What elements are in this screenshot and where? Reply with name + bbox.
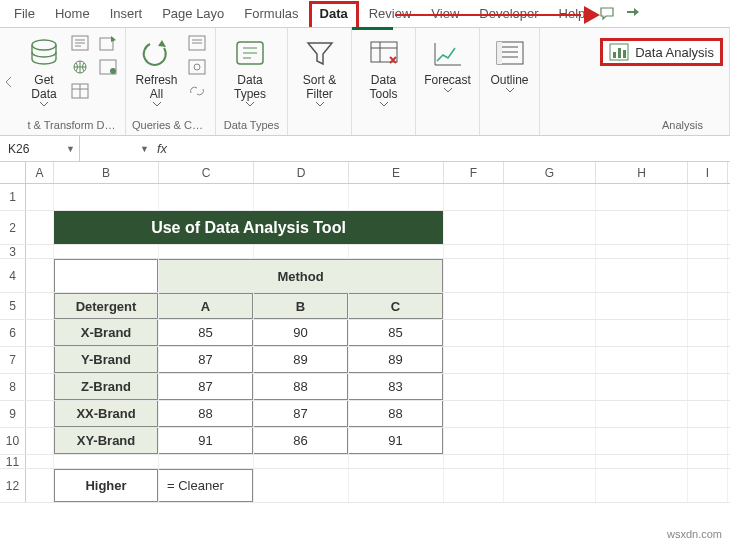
chevron-down-icon (153, 102, 161, 107)
properties-button[interactable] (185, 56, 209, 78)
col-header-g[interactable]: G (504, 162, 596, 183)
detergent-header: Detergent (54, 293, 158, 319)
sort-filter-button[interactable]: Sort & Filter (294, 32, 345, 107)
col-header-b[interactable]: B (54, 162, 159, 183)
group-analysis: Analysis (546, 117, 723, 133)
name-box[interactable]: K26 ▼ (0, 136, 80, 161)
watermark: wsxdn.com (667, 528, 722, 540)
data-cell: 88 (349, 401, 443, 427)
chevron-down-icon[interactable]: ▼ (140, 144, 149, 154)
tab-view[interactable]: View (421, 2, 469, 25)
refresh-icon (137, 36, 177, 72)
brand-name: X-Brand (54, 320, 158, 346)
svg-rect-8 (189, 60, 205, 74)
row-header[interactable]: 2 (0, 211, 26, 244)
data-cell: 89 (254, 347, 348, 373)
row-6: 6 X-Brand 85 90 85 (0, 320, 730, 347)
tab-help[interactable]: Help (549, 2, 596, 25)
column-headers: A B C D E F G H I (0, 162, 730, 184)
row-header[interactable]: 8 (0, 374, 26, 400)
row-header[interactable]: 6 (0, 320, 26, 346)
col-c-header: C (349, 293, 443, 319)
col-header-a[interactable]: A (26, 162, 54, 183)
tab-developer[interactable]: Developer (469, 2, 548, 25)
filter-icon (300, 36, 340, 72)
svg-rect-15 (613, 52, 616, 58)
chevron-down-icon (380, 102, 388, 107)
col-header-i[interactable]: I (688, 162, 728, 183)
ribbon-scroll-left[interactable] (0, 28, 18, 135)
row-11: 11 (0, 455, 730, 469)
tab-page-layout[interactable]: Page Layo (152, 2, 234, 25)
row-header[interactable]: 4 (0, 259, 26, 292)
chevron-down-icon (40, 102, 48, 107)
data-cell: 89 (349, 347, 443, 373)
method-header: Method (159, 259, 443, 292)
row-header[interactable]: 7 (0, 347, 26, 373)
brand-name: Z-Brand (54, 374, 158, 400)
data-cell: 90 (254, 320, 348, 346)
data-analysis-button[interactable]: Data Analysis (600, 38, 723, 66)
data-cell: 83 (349, 374, 443, 400)
col-header-f[interactable]: F (444, 162, 504, 183)
row-2: 2 Use of Data Analysis Tool (0, 211, 730, 245)
tab-insert[interactable]: Insert (100, 2, 153, 25)
row-1: 1 (0, 184, 730, 211)
data-types-button[interactable]: Data Types (222, 32, 278, 107)
tab-home[interactable]: Home (45, 2, 100, 25)
col-header-c[interactable]: C (159, 162, 254, 183)
legend-cleaner: = Cleaner (159, 469, 253, 502)
data-cell: 88 (254, 374, 348, 400)
data-tools-button[interactable]: Data Tools (358, 32, 409, 107)
data-analysis-label: Data Analysis (635, 45, 714, 60)
svg-rect-16 (618, 48, 621, 58)
legend-higher: Higher (54, 469, 158, 502)
row-header[interactable]: 11 (0, 455, 26, 468)
chevron-down-icon (444, 88, 452, 93)
sheet-title: Use of Data Analysis Tool (54, 211, 443, 244)
queries-button[interactable] (185, 32, 209, 54)
edit-links-button[interactable] (185, 80, 209, 102)
recent-sources-button[interactable] (96, 32, 120, 54)
group-get-transform: t & Transform D… (24, 117, 119, 133)
tab-formulas[interactable]: Formulas (234, 2, 308, 25)
worksheet[interactable]: A B C D E F G H I 1 2 Use of Data Analys… (0, 162, 730, 503)
from-web-button[interactable] (68, 56, 92, 78)
tab-review[interactable]: Review (359, 2, 422, 25)
tab-data[interactable]: Data (309, 1, 359, 27)
col-header-h[interactable]: H (596, 162, 688, 183)
forecast-button[interactable]: Forecast (422, 32, 473, 93)
row-header[interactable]: 9 (0, 401, 26, 427)
existing-conn-button[interactable] (96, 56, 120, 78)
svg-point-9 (194, 64, 200, 70)
row-header[interactable]: 1 (0, 184, 26, 210)
row-10: 10 XY-Brand 91 86 91 (0, 428, 730, 455)
row-header[interactable]: 3 (0, 245, 26, 258)
data-cell: 87 (159, 347, 253, 373)
data-cell: 85 (159, 320, 253, 346)
tab-file[interactable]: File (4, 2, 45, 25)
brand-name: XX-Brand (54, 401, 158, 427)
col-b-header: B (254, 293, 348, 319)
data-cell: 86 (254, 428, 348, 454)
col-header-e[interactable]: E (349, 162, 444, 183)
col-header-d[interactable]: D (254, 162, 349, 183)
row-header[interactable]: 5 (0, 293, 26, 319)
row-header[interactable]: 12 (0, 469, 26, 502)
fx-icon[interactable]: fx (157, 141, 167, 156)
data-types-icon (230, 36, 270, 72)
data-analysis-icon (609, 43, 629, 61)
outline-icon (490, 36, 530, 72)
comments-icon[interactable] (599, 5, 617, 23)
data-cell: 87 (254, 401, 348, 427)
get-data-button[interactable]: Get Data (24, 32, 64, 107)
row-header[interactable]: 10 (0, 428, 26, 454)
data-cell: 91 (159, 428, 253, 454)
from-text-button[interactable] (68, 32, 92, 54)
select-all-corner[interactable] (0, 162, 26, 183)
row-4: 4 Method (0, 259, 730, 293)
share-icon[interactable] (625, 5, 643, 23)
refresh-all-button[interactable]: Refresh All (132, 32, 181, 107)
from-table-button[interactable] (68, 80, 92, 102)
outline-button[interactable]: Outline (486, 32, 533, 93)
